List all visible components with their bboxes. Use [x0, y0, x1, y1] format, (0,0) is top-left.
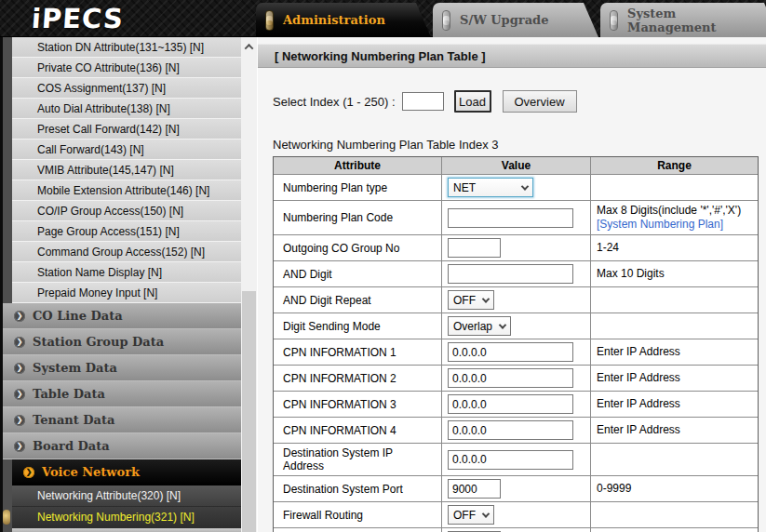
sidebar-item-command-group-access-152-n[interactable]: Command Group Access(152) [N]	[12, 242, 241, 262]
sidebar-item-preset-call-forward-142-n[interactable]: Preset Call Forward(142) [N]	[12, 119, 241, 140]
chevron-up-icon	[245, 44, 254, 53]
attribute-label: Destination System Port	[283, 483, 403, 496]
sidebar-item-call-forward-143-n[interactable]: Call Forward(143) [N]	[12, 140, 241, 160]
cpn-information-4-input[interactable]	[448, 420, 573, 440]
sidebar-section-board-data[interactable]: ❯Board Data	[3, 433, 241, 459]
numbering-plan-code-input[interactable]	[448, 208, 573, 228]
value-cell	[441, 235, 590, 260]
sidebar-scrollbar[interactable]	[241, 37, 257, 532]
chevron-circle-icon: ❯	[14, 311, 25, 322]
destination-system-port-input[interactable]	[448, 479, 501, 499]
sidebar-item-station-name-display-n[interactable]: Station Name Display [N]	[12, 262, 241, 283]
sidebar-section-voice-network[interactable]: ❯Voice Network	[12, 459, 241, 485]
overview-button[interactable]: Overview	[503, 90, 577, 113]
attribute-cell: Numbering Plan Code	[274, 201, 441, 234]
sidebar-entry-label: Networking Attribute(320) [N]	[37, 489, 181, 502]
sidebar-item-station-dn-attribute-131-135-n[interactable]: Station DN Attribute(131~135) [N]	[12, 37, 241, 58]
sidebar-item-prepaid-money-input-n[interactable]: Prepaid Money Input [N]	[12, 283, 241, 303]
table-row: CPN INFORMATION 3Enter IP Address	[274, 391, 758, 417]
sidebar-item-networking-attribute-320-n[interactable]: Networking Attribute(320) [N]	[12, 485, 241, 507]
destination-system-ip-address-input[interactable]	[448, 450, 573, 470]
range-cell: 1-20, empty=not assign	[590, 528, 758, 532]
chevron-down-icon	[499, 321, 506, 328]
sidebar-entry-label: Voice Network	[42, 465, 140, 479]
value-cell	[441, 444, 590, 475]
select-index-input[interactable]	[402, 92, 444, 111]
sidebar: Station DN Attribute(131~135) [N]Private…	[0, 37, 241, 532]
firewall-routing-select[interactable]: OFF	[448, 505, 494, 525]
sidebar-entry-label: Private CO Attribute(136) [N]	[37, 61, 180, 74]
select-index-label: Select Index (1 - 250) :	[273, 95, 396, 109]
sidebar-item-vmib-attribute-145-147-n[interactable]: VMIB Attribute(145,147) [N]	[12, 160, 241, 180]
range-cell	[590, 444, 758, 475]
cpn-information-2-input[interactable]	[448, 368, 573, 388]
sidebar-item-private-co-attribute-136-n[interactable]: Private CO Attribute(136) [N]	[12, 58, 241, 78]
sidebar-item-co-ip-group-access-150-n[interactable]: CO/IP Group Access(150) [N]	[12, 201, 241, 221]
attribute-cell: Numbering Plan type	[274, 175, 441, 200]
tab-sw-upgrade[interactable]: S/W Upgrade	[433, 3, 598, 37]
sidebar-section-co-line-data[interactable]: ❯CO Line Data	[3, 303, 241, 329]
table-row: Numbering Plan CodeMax 8 Digits(include …	[274, 200, 758, 234]
sidebar-item-page-group-access-151-n[interactable]: Page Group Access(151) [N]	[12, 221, 241, 242]
numbering-plan-type-select[interactable]: NET	[448, 178, 533, 197]
and-digit-repeat-select[interactable]: OFF	[448, 290, 494, 310]
range-cell: Max 10 Digits	[590, 261, 758, 286]
value-cell	[441, 366, 590, 391]
load-button-label: Load	[459, 95, 486, 109]
scroll-up-button[interactable]	[241, 37, 257, 57]
sidebar-section-table-data[interactable]: ❯Table Data	[3, 381, 241, 407]
attribute-label: Firewall Routing	[283, 509, 363, 522]
sidebar-entry-label: Table Data	[33, 387, 105, 401]
range-link[interactable]: [System Numbering Plan]	[597, 218, 741, 232]
sidebar-entry-label: Station Name Display [N]	[37, 266, 162, 279]
sidebar-entry-label: Call Forward(143) [N]	[37, 143, 144, 156]
sidebar-section-station-group-data[interactable]: ❯Station Group Data	[3, 329, 241, 355]
sidebar-item-cos-assignment-137-n[interactable]: COS Assignment(137) [N]	[12, 78, 241, 99]
sidebar-item-mobile-extension-attribute-146-n[interactable]: Mobile Extension Attribute(146) [N]	[12, 180, 241, 201]
chevron-down-icon	[482, 510, 490, 517]
tab-label: System Management	[627, 7, 766, 34]
scrollbar-thumb[interactable]	[242, 291, 256, 532]
tab-label: S/W Upgrade	[460, 13, 548, 27]
range-text: Enter IP Address	[597, 371, 680, 385]
range-text: Max 10 Digits	[597, 267, 665, 281]
cpn-information-3-input[interactable]	[448, 394, 573, 414]
page-title-bar: [ Networking Numbering Plan Table ]	[258, 44, 766, 68]
tab-system-management[interactable]: System Management	[600, 3, 766, 37]
table-row: AND DigitMax 10 Digits	[274, 260, 758, 286]
column-header-value: Value	[441, 157, 590, 174]
page-title: [ Networking Numbering Plan Table ]	[275, 49, 486, 63]
chevron-circle-icon: ❯	[14, 363, 25, 374]
sidebar-section-tenant-data[interactable]: ❯Tenant Data	[3, 407, 241, 433]
chevron-circle-icon: ❯	[14, 337, 25, 348]
chevron-down-icon	[482, 295, 490, 302]
load-button[interactable]: Load	[454, 90, 491, 113]
cpn-information-1-input[interactable]	[448, 342, 573, 362]
sidebar-item-networking-numbering-321-n[interactable]: Networking Numbering(321) [N]	[12, 507, 241, 528]
sidebar-section-system-data[interactable]: ❯System Data	[3, 355, 241, 381]
table-row: Outgoing CO Group No1-24	[274, 234, 758, 260]
attribute-cell: Destination System IP Address	[274, 444, 441, 475]
table-caption: Networking Numbering Plan Table Index 3	[273, 138, 766, 152]
sidebar-entry-label: Station Group Data	[33, 335, 164, 349]
table-row: CPN INFORMATION 1Enter IP Address	[274, 339, 758, 365]
attribute-label: Destination System IP Address	[283, 446, 436, 472]
table-row: Destination System IP Address	[274, 443, 758, 475]
top-tab-bar: Administration S/W Upgrade System Manage…	[256, 3, 766, 37]
sidebar-entry-label: CO/IP Group Access(150) [N]	[37, 205, 183, 218]
table-row: Digit Map Option Table Index1-20, empty=…	[274, 527, 758, 532]
select-value: OFF	[453, 294, 476, 307]
tab-administration[interactable]: Administration	[256, 3, 431, 37]
and-digit-input[interactable]	[448, 264, 573, 284]
digit-sending-mode-select[interactable]: Overlap	[448, 316, 511, 336]
range-text: 0-9999	[597, 482, 631, 496]
sidebar-entry-label: Command Group Access(152) [N]	[37, 246, 205, 259]
chevron-circle-icon: ❯	[14, 441, 25, 452]
sidebar-item-auto-dial-attribute-138-n[interactable]: Auto Dial Attribute(138) [N]	[12, 99, 241, 119]
tab-label: Administration	[283, 13, 385, 27]
value-cell	[441, 339, 590, 365]
attribute-cell: AND Digit	[274, 261, 441, 286]
attribute-cell: Digit Sending Mode	[274, 313, 441, 339]
outgoing-co-group-no-input[interactable]	[448, 238, 501, 258]
value-cell: OFF	[441, 287, 590, 313]
